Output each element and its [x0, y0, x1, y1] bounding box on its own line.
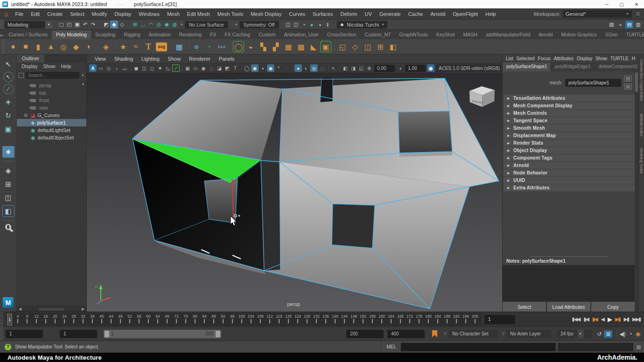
timeline-tick-40[interactable]: 40 [97, 313, 106, 326]
measure-time-icon[interactable]: ◔ [203, 41, 215, 53]
live-surface-field[interactable]: No Live Surface [185, 21, 228, 28]
auto-key-icon[interactable]: ◉ [636, 331, 640, 337]
ae-section-extra-attributes[interactable]: ▶Extra Attributes [504, 184, 635, 191]
menu-help[interactable]: Help [482, 11, 500, 17]
outliner-item-defaultobjectset[interactable]: ◉defaultObjectSet [17, 134, 86, 141]
playback-end-field[interactable]: 200 [346, 330, 384, 338]
pan-zoom-icon[interactable]: ◺ [164, 64, 172, 72]
poly-disc-icon[interactable]: ◗ [83, 41, 95, 53]
svg-tool-icon[interactable]: svg [156, 42, 167, 51]
fps-select[interactable]: 24 fps ▼ [557, 330, 592, 338]
timeline-tick-200[interactable]: 200 [470, 313, 480, 326]
outliner-item-defaultlightset[interactable]: ◉defaultLightSet [17, 126, 86, 134]
filter-icon[interactable] [19, 73, 24, 78]
timeline-tick-76[interactable]: 76 [181, 313, 190, 326]
timeline-tick-36[interactable]: 36 [88, 313, 97, 326]
smooth-shade-all-icon[interactable]: ◉ [251, 64, 259, 72]
shelf-tab-graphntools[interactable]: GraphNTools [395, 30, 432, 39]
render-current-frame-icon[interactable]: ◫ [284, 21, 292, 28]
menu-generate[interactable]: Generate [376, 11, 405, 17]
shelf-tab-sculpting[interactable]: Sculpting [91, 30, 119, 39]
timeline-tick-188[interactable]: 188 [442, 313, 452, 326]
side-tab-modeling-toolkit[interactable]: Modeling Toolkit [639, 148, 644, 174]
exposure-icon[interactable]: ⊕ [365, 64, 373, 72]
smooth-mesh-icon[interactable]: ▩ [295, 41, 307, 53]
side-tab-channel-box-layer-editor[interactable]: Channel Box / Layer Editor [639, 59, 644, 101]
shelf-tab-curves-surfaces[interactable]: Curves / Surfaces [5, 30, 52, 39]
redo-icon[interactable]: ↷ [89, 21, 97, 28]
timeline-tick-176[interactable]: 176 [414, 313, 424, 326]
chevron-down-icon[interactable]: ▼ [180, 23, 183, 26]
timeline-tick-132[interactable]: 132 [312, 313, 321, 326]
timeline-tick-72[interactable]: 72 [172, 313, 181, 326]
timeline-tick-84[interactable]: 84 [200, 313, 209, 326]
scroll-up-icon[interactable]: ▲ [81, 82, 85, 86]
poly-cylinder-icon[interactable]: ▮ [32, 41, 44, 53]
poly-plane-icon[interactable]: ◆ [70, 41, 82, 53]
shelf-tab-animation[interactable]: Animation [145, 30, 175, 39]
outliner-hscrollbar[interactable]: ◀ ▶ [17, 306, 86, 312]
vp-menu-lighting[interactable]: Lighting [137, 56, 164, 62]
menu-curves[interactable]: Curves [285, 11, 309, 17]
timeline-tick-124[interactable]: 124 [293, 313, 302, 326]
chevron-down-icon[interactable]: ▽ [502, 332, 504, 336]
shelf-tab-addmanipulatorfield[interactable]: addManipulatorField [482, 30, 534, 39]
range-end-handle[interactable] [216, 331, 220, 337]
ae-section-mesh-controls[interactable]: ▶Mesh Controls [504, 110, 635, 117]
range-start-handle[interactable] [105, 331, 109, 337]
layout-outliner-persp-icon[interactable]: ◧ [2, 205, 14, 217]
timeline-tick-68[interactable]: 68 [162, 313, 172, 326]
vp-menu-shading[interactable]: Shading [110, 56, 137, 62]
menu-arnold[interactable]: Arnold [427, 11, 449, 17]
go-to-end-button[interactable]: ▶▶▮ [632, 316, 640, 322]
bevel-icon[interactable]: ◇ [349, 41, 361, 53]
menu-mesh[interactable]: Mesh [163, 11, 183, 17]
shaded-display-icon[interactable]: ▭ [192, 64, 199, 72]
ae-menu-turtle[interactable]: TURTLE [610, 56, 629, 61]
step-back-frame-button[interactable]: ▮◀ [583, 316, 588, 322]
move-tool-icon[interactable]: + [2, 96, 14, 108]
step-forward-key-button[interactable]: ▶▮ [615, 316, 620, 322]
mesh-name-field[interactable]: polySurfaceShape1 [565, 79, 621, 87]
snap-projected-center-icon[interactable]: ◎ [155, 21, 163, 28]
vp-menu-show[interactable]: Show [164, 56, 185, 62]
timeslider-grip[interactable] [0, 312, 3, 327]
menu-cache[interactable]: Cache [405, 11, 427, 17]
home-icon[interactable]: ⌂ [4, 10, 8, 18]
outliner-menu-show[interactable]: Show [40, 63, 58, 70]
lighting-toggle-icon[interactable]: ◌ [283, 64, 290, 72]
expand-icon[interactable]: ⊞ [23, 113, 28, 118]
play-backwards-button[interactable]: ◀ [601, 316, 604, 322]
bookmark-icon[interactable] [432, 330, 437, 337]
menu-uv[interactable]: UV [361, 11, 376, 17]
occlusion-icon[interactable]: ◩ [224, 64, 231, 72]
poly-cone-icon[interactable]: ▲ [45, 41, 57, 53]
outliner-tab[interactable]: Outliner [17, 55, 44, 63]
shelf-tab-crosssection[interactable]: CrossSection [323, 30, 360, 39]
ae-section-tessellation-attributes[interactable]: ▶Tessellation Attributes [504, 95, 635, 102]
show-input-connections-icon[interactable]: ◳ [624, 76, 632, 82]
timeline-tick-184[interactable]: 184 [433, 313, 442, 326]
load-attributes-button[interactable]: Load Attributes [547, 302, 590, 312]
menu-mesh-tools[interactable]: Mesh Tools [214, 11, 247, 17]
snap-view-plane-icon[interactable]: ◉ [163, 21, 171, 28]
minimize-button[interactable]: ─ [599, 2, 614, 7]
menu-edit-mesh[interactable]: Edit Mesh [183, 11, 214, 17]
extrude-icon[interactable]: ◱ [336, 41, 349, 53]
field-chart-icon[interactable]: ▬ [121, 64, 128, 72]
menu-select[interactable]: Select [66, 11, 88, 17]
timeline-tick-64[interactable]: 64 [153, 313, 162, 326]
timeline-tick-24[interactable]: 24 [60, 313, 69, 326]
snap-point-icon[interactable]: ◠ [147, 21, 155, 28]
origin-locator-icon[interactable]: 0.0.0 [216, 41, 228, 53]
ae-section-object-display[interactable]: ▶Object Display [504, 147, 635, 154]
show-output-connections-icon[interactable]: ◲ [624, 84, 632, 90]
ae-tab-deletecomponent1[interactable]: deleteComponent1 [595, 63, 638, 71]
timeline-tick-148[interactable]: 148 [349, 313, 358, 326]
animation-end-field[interactable]: 400 [387, 330, 425, 338]
timeline-tick-180[interactable]: 180 [424, 313, 433, 326]
plugin-shading-icon[interactable]: ◻ [318, 64, 326, 72]
make-live-shelf-icon[interactable]: ◯ [233, 41, 244, 52]
poly-sphere-icon[interactable]: ● [7, 41, 19, 53]
curve-star-icon[interactable]: ★ [117, 41, 129, 53]
